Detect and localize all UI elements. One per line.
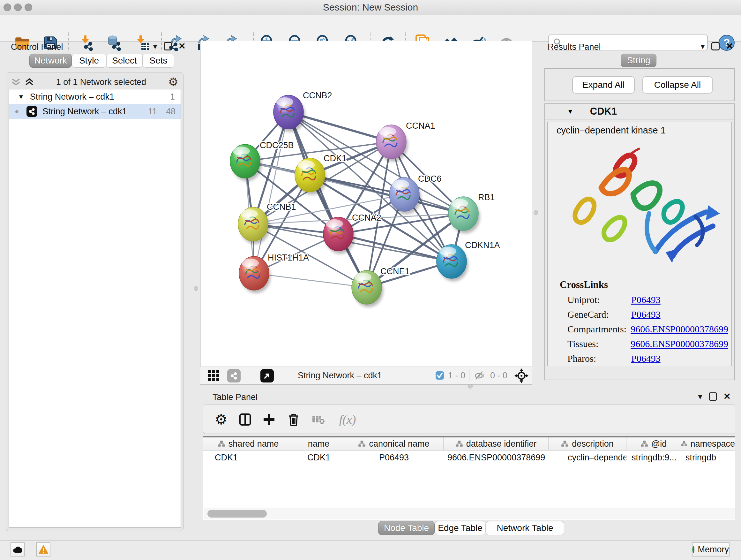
select-columns-button[interactable] bbox=[238, 412, 253, 427]
float-panel-icon[interactable] bbox=[709, 392, 717, 401]
crosslink-row: GeneCard: P06493 bbox=[567, 307, 728, 322]
network-options-gear-icon[interactable]: ⚙ bbox=[168, 76, 179, 88]
control-panel-window-buttons: ▾ ✕ bbox=[153, 42, 186, 51]
selected-checkbox[interactable] bbox=[435, 371, 444, 381]
collapse-all-icon[interactable] bbox=[11, 78, 21, 86]
tab-style[interactable]: Style bbox=[72, 54, 106, 68]
float-panel-icon[interactable] bbox=[711, 42, 720, 51]
network-list-header: 1 of 1 Network selected ⚙ bbox=[6, 75, 184, 89]
network-label: String Network – cdk1 bbox=[43, 107, 127, 117]
share-icon bbox=[230, 372, 238, 380]
float-panel-icon[interactable] bbox=[164, 42, 172, 51]
tissues-link[interactable]: 9606.ENSP00000378699 bbox=[630, 338, 728, 349]
close-panel-icon[interactable]: ✕ bbox=[179, 42, 186, 51]
create-column-button[interactable] bbox=[261, 412, 277, 427]
tab-edge-table[interactable]: Edge Table bbox=[434, 521, 486, 535]
close-panel-icon[interactable]: ✕ bbox=[724, 392, 731, 401]
network-node-label: CCNA1 bbox=[406, 121, 435, 131]
tab-select[interactable]: Select bbox=[106, 54, 143, 68]
tab-sets[interactable]: Sets bbox=[143, 54, 174, 68]
table-header-row: shared name name canonical name database… bbox=[203, 437, 735, 450]
column-header-description[interactable]: description bbox=[549, 437, 626, 450]
delete-column-button[interactable] bbox=[286, 412, 301, 427]
results-panel-title: Results Panel bbox=[548, 42, 601, 52]
crosslinks-title: CrossLinks bbox=[560, 279, 608, 291]
title-bar: Session: New Session bbox=[0, 0, 741, 15]
edge-count: 48 bbox=[157, 107, 176, 117]
cloud-status-button[interactable] bbox=[10, 543, 24, 557]
gene-name: CDK1 bbox=[590, 106, 617, 117]
hidden-count: 0 - 0 bbox=[490, 367, 508, 384]
status-bar: Memory bbox=[0, 540, 741, 560]
memory-status-icon bbox=[692, 546, 694, 553]
network-graph[interactable]: CCNB2CCNA1CDC25BCDK1CDC6RB1CCNB1CCNA2CDK… bbox=[201, 41, 532, 367]
table-row[interactable]: CDK1 CDK1 P06493 9606.ENSP00000378699 cy… bbox=[203, 450, 735, 464]
results-panel: Results Panel ▾ ✕ String Expand All Coll… bbox=[542, 41, 738, 388]
delete-table-button[interactable] bbox=[311, 412, 326, 427]
table-options-gear-icon[interactable]: ⚙ bbox=[213, 412, 229, 427]
memory-button[interactable]: Memory bbox=[692, 543, 730, 557]
network-edge[interactable] bbox=[254, 273, 367, 287]
hierarchy-icon bbox=[455, 440, 463, 448]
gene-expander-icon[interactable]: ▼ bbox=[567, 108, 574, 115]
network-node-label: CCNB2 bbox=[303, 91, 332, 100]
detach-view-button[interactable] bbox=[260, 369, 274, 382]
expand-collapse-bar: Expand All Collapse All bbox=[544, 68, 735, 101]
left-splitter-handle[interactable] bbox=[194, 287, 198, 291]
network-node-label: CCNB1 bbox=[267, 202, 296, 212]
hidden-toggle[interactable] bbox=[474, 370, 485, 382]
compartments-link[interactable]: 9606.ENSP00000378699 bbox=[630, 324, 728, 334]
hierarchy-icon bbox=[681, 440, 687, 448]
scrollbar-thumb[interactable] bbox=[207, 510, 267, 517]
warnings-button[interactable] bbox=[37, 543, 51, 557]
function-builder-button[interactable]: f(x) bbox=[335, 412, 360, 427]
right-splitter-handle[interactable] bbox=[534, 210, 538, 215]
close-panel-icon[interactable]: ✕ bbox=[726, 42, 733, 51]
checkbox-icon bbox=[435, 371, 444, 380]
tab-network-table[interactable]: Network Table bbox=[486, 521, 564, 535]
fit-selection-button[interactable] bbox=[515, 368, 529, 384]
collapse-all-button[interactable]: Collapse All bbox=[643, 76, 713, 94]
column-header-shared-name[interactable]: shared name bbox=[203, 437, 293, 450]
panel-menu-icon[interactable]: ▾ bbox=[153, 42, 157, 51]
grid-view-button[interactable] bbox=[207, 369, 220, 383]
window-title: Session: New Session bbox=[0, 0, 741, 15]
horizontal-scrollbar[interactable] bbox=[204, 508, 735, 519]
string-view-button[interactable] bbox=[227, 369, 241, 382]
network-node-label: CCNA2 bbox=[352, 213, 381, 223]
node-count: 11 bbox=[148, 107, 157, 117]
network-edge[interactable] bbox=[254, 112, 288, 273]
column-header-canonical-name[interactable]: canonical name bbox=[344, 437, 444, 450]
uniprot-link[interactable]: P06493 bbox=[631, 294, 661, 305]
network-node-label: RB1 bbox=[478, 192, 495, 202]
tab-node-table[interactable]: Node Table bbox=[378, 521, 434, 535]
hierarchy-icon bbox=[561, 440, 569, 448]
panel-menu-icon[interactable]: ▾ bbox=[700, 42, 704, 51]
collection-expander-icon[interactable]: ▼ bbox=[18, 93, 24, 101]
genecard-link[interactable]: P06493 bbox=[631, 309, 661, 320]
cloud-icon bbox=[13, 546, 22, 553]
results-panel-window-buttons: ▾ ✕ bbox=[700, 42, 733, 51]
network-row-selected[interactable]: ● String Network – cdk1 11 48 bbox=[9, 104, 181, 119]
network-list-container: 1 of 1 Network selected ⚙ ▼ String Netwo… bbox=[6, 72, 184, 531]
column-header-namespace[interactable]: namespace bbox=[681, 437, 735, 450]
column-header-name[interactable]: name bbox=[293, 437, 344, 450]
trash-icon bbox=[286, 413, 300, 427]
expand-all-button[interactable]: Expand All bbox=[572, 76, 635, 94]
tab-network[interactable]: Network bbox=[29, 54, 72, 68]
network-view-toolbar: String Network – cdk1 1 - 0 0 - 0 bbox=[200, 367, 532, 385]
network-collection-row[interactable]: ▼ String Network – cdk1 1 bbox=[9, 89, 181, 104]
gene-description: cyclin–dependent kinase 1 bbox=[556, 125, 666, 136]
network-view-title: String Network – cdk1 bbox=[298, 367, 382, 384]
pharos-link[interactable]: P06493 bbox=[631, 353, 661, 364]
column-header-database-identifier[interactable]: database identifier bbox=[444, 437, 549, 450]
network-node-label: CDC25B bbox=[260, 140, 294, 150]
column-header-id[interactable]: @id bbox=[626, 437, 681, 450]
tab-string[interactable]: String bbox=[621, 54, 657, 67]
app-window: Session: New Session bbox=[0, 0, 741, 560]
hierarchy-icon bbox=[641, 440, 648, 448]
panel-menu-icon[interactable]: ▾ bbox=[698, 392, 702, 401]
network-canvas[interactable]: CCNB2CCNA1CDC25BCDK1CDC6RB1CCNB1CCNA2CDK… bbox=[200, 41, 532, 367]
expand-all-icon[interactable] bbox=[24, 78, 34, 86]
gene-header[interactable]: ▼ CDK1 bbox=[545, 104, 734, 119]
